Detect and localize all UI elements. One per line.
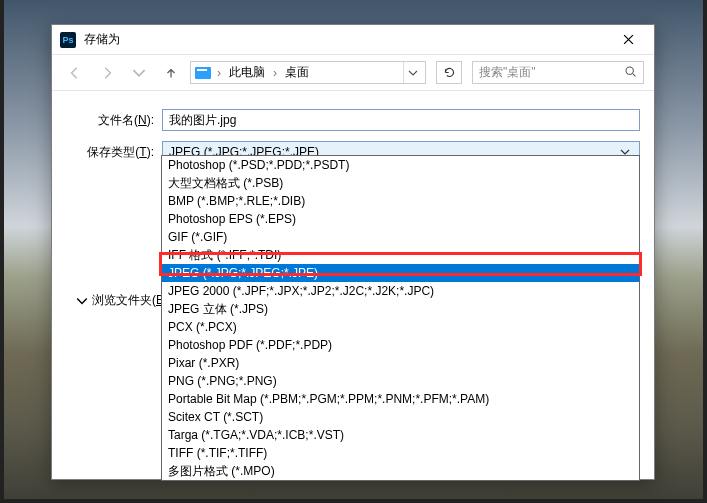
dropdown-item[interactable]: JPEG 立体 (*.JPS) xyxy=(162,300,639,318)
dropdown-item[interactable]: Photoshop (*.PSD;*.PDD;*.PSDT) xyxy=(162,156,639,174)
folder-icon xyxy=(195,67,211,79)
chevron-down-icon xyxy=(76,295,88,307)
dropdown-item[interactable]: Portable Bit Map (*.PBM;*.PGM;*.PPM;*.PN… xyxy=(162,390,639,408)
filename-input[interactable] xyxy=(162,109,640,131)
dropdown-item[interactable]: JPEG (*.JPG;*.JPEG;*.JPE) xyxy=(162,264,639,282)
nav-up-button[interactable] xyxy=(158,60,184,86)
nav-back-button[interactable] xyxy=(62,60,88,86)
dropdown-item[interactable]: Photoshop PDF (*.PDF;*.PDP) xyxy=(162,336,639,354)
savetype-dropdown-list[interactable]: Photoshop (*.PSD;*.PDD;*.PSDT)大型文档格式 (*.… xyxy=(161,155,640,481)
svg-point-0 xyxy=(626,67,633,74)
arrow-right-icon xyxy=(100,66,114,80)
breadcrumb-this-pc[interactable]: 此电脑 xyxy=(227,64,267,81)
dropdown-item[interactable]: Photoshop EPS (*.EPS) xyxy=(162,210,639,228)
nav-recent-button[interactable] xyxy=(126,60,152,86)
dialog-title: 存储为 xyxy=(84,31,608,48)
app-icon: Ps xyxy=(60,32,76,48)
titlebar: Ps 存储为 xyxy=(52,25,654,55)
chevron-down-icon xyxy=(132,66,146,80)
refresh-button[interactable] xyxy=(436,61,462,84)
search-placeholder: 搜索"桌面" xyxy=(479,64,536,81)
close-icon xyxy=(623,34,634,45)
save-as-dialog: Ps 存储为 › 此电脑 › 桌面 xyxy=(51,24,655,480)
arrow-up-icon xyxy=(164,66,178,80)
nav-forward-button[interactable] xyxy=(94,60,120,86)
dropdown-item[interactable]: IFF 格式 (*.IFF;*.TDI) xyxy=(162,246,639,264)
arrow-left-icon xyxy=(68,66,82,80)
dropdown-item[interactable]: 多图片格式 (*.MPO) xyxy=(162,462,639,480)
address-dropdown-button[interactable] xyxy=(403,62,421,83)
dropdown-item[interactable]: PCX (*.PCX) xyxy=(162,318,639,336)
dropdown-item[interactable]: Targa (*.TGA;*.VDA;*.ICB;*.VST) xyxy=(162,426,639,444)
savetype-label: 保存类型(T): xyxy=(80,144,162,161)
filename-row: 文件名(N): xyxy=(80,109,640,131)
chevron-down-icon xyxy=(408,68,418,78)
search-input[interactable]: 搜索"桌面" xyxy=(472,61,644,84)
dropdown-item[interactable]: GIF (*.GIF) xyxy=(162,228,639,246)
dialog-body: 文件名(N): 保存类型(T): JPEG (*.JPG;*.JPEG;*.JP… xyxy=(52,91,654,479)
browse-folders-label: 浏览文件夹(B) xyxy=(92,292,168,309)
dropdown-item[interactable]: 大型文档格式 (*.PSB) xyxy=(162,174,639,192)
dropdown-item[interactable]: TIFF (*.TIF;*.TIFF) xyxy=(162,444,639,462)
search-icon xyxy=(624,65,637,81)
refresh-icon xyxy=(443,66,456,79)
dropdown-item[interactable]: Pixar (*.PXR) xyxy=(162,354,639,372)
address-bar[interactable]: › 此电脑 › 桌面 xyxy=(190,61,426,84)
breadcrumb-sep: › xyxy=(215,66,223,80)
dropdown-item[interactable]: BMP (*.BMP;*.RLE;*.DIB) xyxy=(162,192,639,210)
breadcrumb-desktop[interactable]: 桌面 xyxy=(283,64,311,81)
dropdown-item[interactable]: PNG (*.PNG;*.PNG) xyxy=(162,372,639,390)
dropdown-item[interactable]: Scitex CT (*.SCT) xyxy=(162,408,639,426)
dropdown-item[interactable]: JPEG 2000 (*.JPF;*.JPX;*.JP2;*.J2C;*.J2K… xyxy=(162,282,639,300)
close-button[interactable] xyxy=(608,26,648,54)
filename-label: 文件名(N): xyxy=(80,112,162,129)
breadcrumb-sep: › xyxy=(271,66,279,80)
browse-folders-toggle[interactable]: 浏览文件夹(B) xyxy=(76,292,168,309)
nav-toolbar: › 此电脑 › 桌面 搜索"桌面" xyxy=(52,55,654,91)
